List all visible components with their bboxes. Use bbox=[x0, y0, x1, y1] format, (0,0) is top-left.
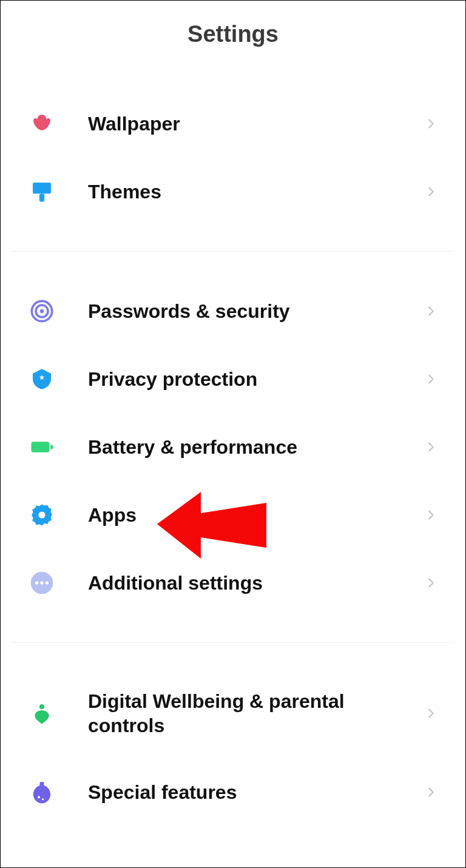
settings-item-additional[interactable]: Additional settings bbox=[1, 549, 465, 617]
settings-item-battery[interactable]: Battery & performance bbox=[1, 413, 465, 481]
svg-point-4 bbox=[40, 309, 44, 314]
settings-group-1: Wallpaper Themes bbox=[1, 82, 465, 233]
settings-item-apps[interactable]: Apps bbox=[1, 481, 465, 549]
chevron-right-icon bbox=[424, 576, 437, 590]
svg-point-7 bbox=[38, 511, 45, 518]
page-header: Settings bbox=[1, 1, 465, 82]
settings-item-themes[interactable]: Themes bbox=[1, 158, 465, 226]
flask-icon bbox=[29, 779, 55, 806]
svg-point-14 bbox=[42, 798, 44, 800]
heart-person-icon bbox=[29, 700, 55, 727]
settings-item-label: Special features bbox=[88, 780, 424, 804]
chevron-right-icon bbox=[424, 508, 437, 522]
page-title: Settings bbox=[1, 21, 465, 47]
settings-group-2: Passwords & security Privacy protection … bbox=[1, 270, 465, 624]
chevron-right-icon bbox=[424, 440, 437, 454]
brush-icon bbox=[29, 178, 55, 205]
chevron-right-icon bbox=[424, 786, 437, 799]
gear-icon bbox=[29, 502, 55, 528]
settings-item-privacy[interactable]: Privacy protection bbox=[1, 345, 465, 413]
svg-point-9 bbox=[35, 581, 38, 584]
settings-item-label: Battery & performance bbox=[88, 435, 424, 459]
settings-item-label: Apps bbox=[88, 503, 424, 527]
svg-point-12 bbox=[39, 704, 44, 709]
svg-rect-5 bbox=[32, 442, 50, 453]
svg-point-11 bbox=[46, 581, 49, 584]
chevron-right-icon bbox=[424, 372, 437, 386]
shield-icon bbox=[29, 366, 55, 392]
settings-item-wallpaper[interactable]: Wallpaper bbox=[1, 90, 465, 158]
svg-rect-0 bbox=[33, 183, 51, 193]
group-divider bbox=[12, 642, 454, 643]
svg-point-10 bbox=[40, 581, 43, 584]
chevron-right-icon bbox=[424, 707, 437, 720]
settings-item-label: Themes bbox=[88, 180, 424, 204]
settings-item-label: Passwords & security bbox=[88, 299, 424, 323]
settings-item-label: Wallpaper bbox=[88, 112, 424, 136]
settings-item-security[interactable]: Passwords & security bbox=[1, 277, 465, 345]
fingerprint-icon bbox=[29, 298, 55, 325]
settings-item-label: Additional settings bbox=[88, 571, 424, 595]
battery-icon bbox=[29, 434, 55, 460]
chevron-right-icon bbox=[424, 117, 437, 130]
settings-group-3: Digital Wellbeing & parental controls Sp… bbox=[1, 661, 465, 833]
chevron-right-icon bbox=[424, 304, 437, 318]
settings-item-label: Privacy protection bbox=[88, 367, 424, 391]
flower-icon bbox=[29, 110, 55, 137]
chevron-right-icon bbox=[424, 185, 437, 198]
settings-item-special[interactable]: Special features bbox=[1, 758, 465, 826]
svg-rect-6 bbox=[50, 445, 53, 449]
settings-item-wellbeing[interactable]: Digital Wellbeing & parental controls bbox=[1, 668, 465, 758]
settings-item-label: Digital Wellbeing & parental controls bbox=[88, 689, 424, 738]
svg-point-13 bbox=[38, 796, 40, 798]
ellipsis-icon bbox=[29, 570, 55, 596]
group-divider bbox=[12, 251, 454, 252]
svg-rect-1 bbox=[39, 193, 44, 201]
